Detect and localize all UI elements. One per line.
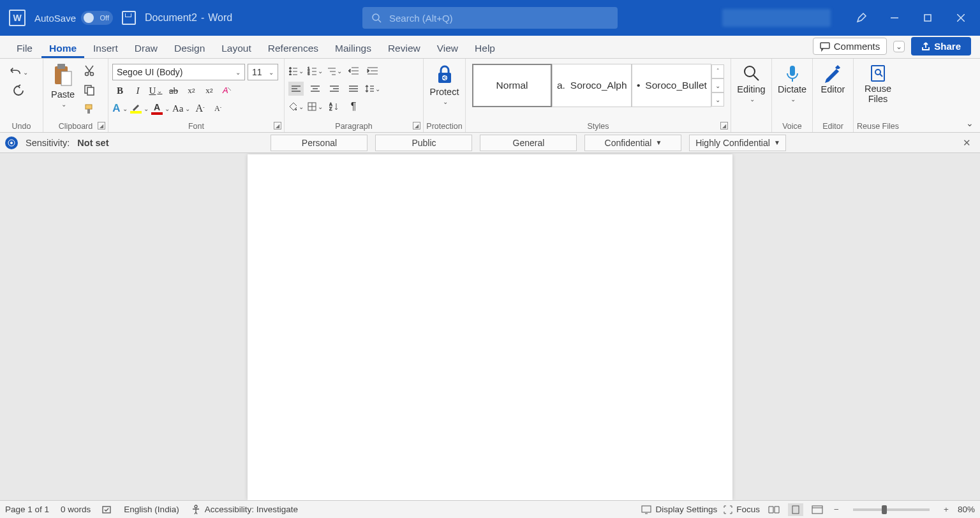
sensitivity-personal[interactable]: Personal (271, 135, 368, 151)
comments-button[interactable]: Comments (813, 38, 887, 55)
zoom-slider[interactable] (853, 508, 930, 511)
editing-button[interactable]: Editing ⌄ (735, 61, 768, 105)
sensitivity-general[interactable]: General (480, 135, 577, 151)
zoom-level[interactable]: 80% (958, 505, 975, 514)
bullets-button[interactable]: ⌄ (288, 64, 304, 78)
search-box[interactable]: Search (Alt+Q) (362, 7, 618, 29)
menu-view[interactable]: View (429, 39, 466, 58)
strikethrough-button[interactable]: ab (166, 83, 181, 98)
user-account[interactable] (722, 9, 831, 27)
clear-format-button[interactable]: A (219, 83, 235, 98)
increase-indent-button[interactable] (365, 64, 380, 78)
document-page[interactable] (248, 154, 732, 500)
chevron-down-icon[interactable]: ⌄ (23, 69, 28, 76)
print-layout-button[interactable] (788, 503, 803, 516)
paragraph-dialog-launcher[interactable]: ◢ (413, 122, 420, 130)
highlight-button[interactable]: ⌄ (130, 101, 149, 116)
font-color-button[interactable]: A⌄ (151, 101, 170, 116)
copy-button[interactable] (82, 83, 96, 97)
zoom-in-button[interactable]: + (941, 505, 951, 514)
sensitivity-confidential[interactable]: Confidential▼ (584, 135, 681, 151)
sort-button[interactable]: AZ (327, 100, 342, 114)
shrink-font-button[interactable]: Aˇ (211, 101, 226, 116)
numbering-button[interactable]: 123⌄ (308, 64, 323, 78)
status-language[interactable]: English (India) (124, 505, 179, 514)
undo-button[interactable]: ⌄ (9, 65, 28, 79)
borders-button[interactable]: ⌄ (308, 100, 323, 114)
sensitivity-public[interactable]: Public (375, 135, 472, 151)
superscript-button[interactable]: x2 (202, 83, 217, 98)
editor-button[interactable]: Editor (817, 61, 849, 97)
format-painter-button[interactable] (82, 102, 96, 116)
menu-review[interactable]: Review (380, 39, 428, 58)
underline-button[interactable]: U⌄ (148, 83, 163, 98)
maximize-button[interactable] (912, 5, 943, 31)
zoom-out-button[interactable]: − (831, 505, 842, 514)
minimize-button[interactable] (879, 5, 910, 31)
align-center-button[interactable] (308, 82, 323, 96)
dictate-button[interactable]: Dictate ⌄ (776, 61, 808, 105)
comments-dropdown[interactable]: ⌄ (893, 41, 905, 52)
chevron-down-icon[interactable]: ⌄ (791, 96, 796, 103)
styles-dialog-launcher[interactable]: ◢ (720, 122, 728, 130)
menu-insert[interactable]: Insert (85, 39, 126, 58)
style-normal[interactable]: Normal (472, 64, 552, 107)
menu-layout[interactable]: Layout (214, 39, 259, 58)
pen-icon[interactable] (846, 5, 877, 31)
menu-references[interactable]: References (260, 39, 326, 58)
style-soroco-alph[interactable]: a.Soroco_Alph (552, 64, 632, 107)
menu-help[interactable]: Help (467, 39, 503, 58)
styles-more-button[interactable]: ⌄ (711, 93, 724, 107)
protect-button[interactable]: Protect ⌄ (427, 61, 461, 108)
focus-button[interactable]: Focus (724, 505, 760, 514)
share-button[interactable]: Share (911, 37, 971, 56)
menu-file[interactable]: File (9, 39, 40, 58)
status-spellcheck[interactable] (102, 505, 112, 515)
show-paragraph-button[interactable]: ¶ (346, 100, 361, 114)
save-icon[interactable] (122, 11, 136, 25)
style-soroco-bullet[interactable]: •Soroco_Bullet (632, 64, 711, 107)
line-spacing-button[interactable]: ⌄ (365, 82, 380, 96)
font-dialog-launcher[interactable]: ◢ (274, 122, 281, 130)
chevron-down-icon[interactable]: ⌄ (61, 101, 66, 108)
styles-down-button[interactable]: ⌄ (711, 78, 724, 93)
bold-button[interactable]: B (112, 83, 128, 98)
grow-font-button[interactable]: Aˆ (193, 101, 208, 116)
redo-button[interactable] (9, 83, 28, 97)
sensitivity-close-button[interactable]: ✕ (959, 138, 975, 148)
status-words[interactable]: 0 words (61, 505, 91, 514)
menu-home[interactable]: Home (41, 39, 84, 58)
web-layout-button[interactable] (810, 503, 825, 516)
cut-button[interactable] (82, 64, 96, 78)
autosave-switch[interactable]: Off (81, 11, 113, 25)
display-settings-button[interactable]: Display Settings (641, 505, 717, 514)
justify-button[interactable] (346, 82, 361, 96)
italic-button[interactable]: I (130, 83, 145, 98)
read-mode-button[interactable] (766, 503, 782, 516)
chevron-down-icon[interactable]: ⌄ (750, 96, 755, 103)
change-case-button[interactable]: Aa⌄ (172, 101, 190, 116)
clipboard-dialog-launcher[interactable]: ◢ (98, 122, 105, 130)
styles-up-button[interactable]: ˆ (711, 64, 724, 78)
zoom-thumb[interactable] (882, 505, 887, 514)
font-name-select[interactable]: Segoe UI (Body)⌄ (112, 64, 245, 80)
menu-design[interactable]: Design (167, 39, 212, 58)
shading-button[interactable]: ⌄ (288, 100, 304, 114)
reuse-files-button[interactable]: Reuse Files (858, 61, 898, 107)
sensitivity-highly-confidential[interactable]: Highly Confidential▼ (689, 135, 786, 151)
align-left-button[interactable] (288, 82, 304, 96)
font-size-select[interactable]: 11⌄ (248, 64, 278, 80)
close-button[interactable] (946, 5, 976, 31)
autosave-toggle[interactable]: AutoSave Off (34, 11, 113, 25)
multilevel-list-button[interactable]: ⌄ (327, 64, 342, 78)
text-effects-button[interactable]: A⌄ (112, 101, 128, 116)
collapse-ribbon-button[interactable]: ⌄ (966, 118, 974, 128)
status-accessibility[interactable]: Accessibility: Investigate (191, 505, 298, 515)
menu-mailings[interactable]: Mailings (327, 39, 379, 58)
menu-draw[interactable]: Draw (127, 39, 165, 58)
align-right-button[interactable] (327, 82, 342, 96)
chevron-down-icon[interactable]: ⌄ (443, 98, 448, 105)
status-page[interactable]: Page 1 of 1 (5, 505, 49, 514)
subscript-button[interactable]: x2 (184, 83, 199, 98)
decrease-indent-button[interactable] (346, 64, 361, 78)
